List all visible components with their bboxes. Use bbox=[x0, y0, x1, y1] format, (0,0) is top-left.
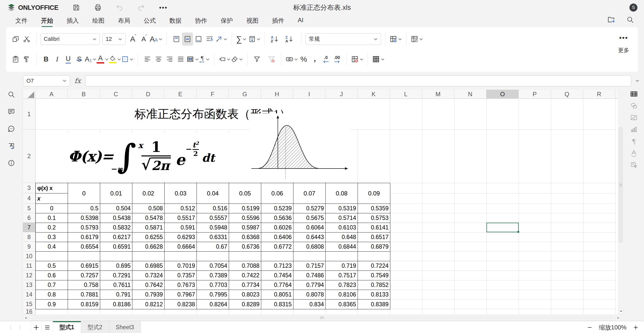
menu-tab-视图[interactable]: 视图 bbox=[246, 15, 258, 27]
print-button[interactable] bbox=[94, 4, 102, 11]
cell-area[interactable]: 标准正态分布函数表（形式1） Φ(x)= ∫ x −∞ 1 √2π bbox=[35, 99, 618, 314]
find-replace-button[interactable] bbox=[7, 91, 16, 98]
horizontal-scrollbar[interactable]: ◂ ▸ bbox=[0, 314, 644, 321]
table-value-cell[interactable]: 0.6591 bbox=[100, 242, 132, 252]
zoom-level[interactable]: 缩放100% bbox=[599, 323, 626, 331]
add-sheet-button[interactable] bbox=[31, 321, 42, 333]
borders-button[interactable] bbox=[121, 53, 134, 66]
table-value-cell[interactable]: 0.5359 bbox=[358, 204, 390, 213]
column-header-L[interactable]: L bbox=[390, 90, 422, 99]
table-x-cell[interactable]: 0.8 bbox=[36, 290, 68, 299]
table-value-cell[interactable]: 0.7852 bbox=[358, 280, 390, 290]
paste-button[interactable] bbox=[10, 53, 21, 66]
menu-tab-布局[interactable]: 布局 bbox=[118, 15, 130, 27]
table-value-cell[interactable]: 0.5714 bbox=[326, 213, 358, 223]
table-value-cell[interactable]: 0.6628 bbox=[132, 242, 165, 252]
table-x-cell[interactable]: 0.4 bbox=[36, 242, 68, 252]
table-value-cell[interactable]: 0.8212 bbox=[132, 299, 165, 309]
formula-input[interactable] bbox=[85, 75, 631, 86]
table-col-header-0[interactable]: 0 bbox=[68, 183, 100, 204]
text-direction-button[interactable]: ¶ bbox=[199, 53, 210, 66]
textart-settings-button[interactable] bbox=[630, 149, 638, 157]
table-value-cell[interactable]: 0.8238 bbox=[165, 299, 197, 309]
table-value-cell[interactable]: 0.5753 bbox=[358, 213, 390, 223]
table-value-cell[interactable]: 0.6026 bbox=[261, 223, 293, 232]
column-header-H[interactable]: H bbox=[261, 90, 293, 99]
table-col-header-0.06[interactable]: 0.06 bbox=[261, 183, 293, 204]
table-value-cell[interactable]: 0.6664 bbox=[165, 242, 197, 252]
table-value-cell[interactable]: 0.6368 bbox=[229, 232, 261, 242]
increase-decimal-button[interactable]: .00 bbox=[331, 53, 343, 66]
table-col-header-0.05[interactable]: 0.05 bbox=[229, 183, 261, 204]
table-col-header-0.07[interactable]: 0.07 bbox=[293, 183, 326, 204]
table-value-cell[interactable]: 0.648 bbox=[326, 232, 358, 242]
table-value-cell[interactable]: 0.7454 bbox=[261, 271, 293, 280]
menu-tab-绘图[interactable]: 绘图 bbox=[92, 15, 104, 27]
table-value-cell[interactable]: 0.5478 bbox=[132, 213, 165, 223]
about-panel-button[interactable] bbox=[7, 159, 16, 167]
menu-tab-文件[interactable]: 文件 bbox=[15, 15, 27, 27]
align-bottom-button[interactable] bbox=[193, 32, 204, 46]
table-value-cell[interactable]: 0.6103 bbox=[326, 223, 358, 232]
column-header-N[interactable]: N bbox=[454, 90, 486, 99]
column-header-F[interactable]: F bbox=[197, 90, 229, 99]
table-value-cell[interactable]: 0.8315 bbox=[261, 299, 293, 309]
copy-button[interactable] bbox=[10, 32, 21, 46]
subscript-button[interactable]: A1 bbox=[85, 53, 97, 66]
spellcheck-panel-button[interactable] bbox=[7, 142, 16, 150]
sheet-list-button[interactable] bbox=[42, 321, 53, 333]
table-value-cell[interactable]: 0.5596 bbox=[229, 213, 261, 223]
scroll-down-button[interactable] bbox=[618, 308, 623, 314]
align-center-button[interactable] bbox=[153, 53, 164, 66]
table-value-cell[interactable] bbox=[261, 252, 293, 261]
save-button[interactable] bbox=[72, 4, 80, 11]
undo-button[interactable] bbox=[116, 4, 123, 11]
table-value-cell[interactable]: 0.6808 bbox=[293, 242, 326, 252]
prev-sheet-button[interactable]: 〈 bbox=[7, 324, 12, 331]
delete-cells-button[interactable] bbox=[351, 53, 364, 66]
table-value-cell[interactable] bbox=[197, 252, 229, 261]
table-value-cell[interactable]: 0.7734 bbox=[229, 280, 261, 290]
user-avatar[interactable]: S bbox=[629, 4, 637, 12]
table-value-cell[interactable] bbox=[68, 252, 100, 261]
table-value-cell[interactable]: 0.7224 bbox=[358, 261, 390, 271]
table-value-cell[interactable]: 0.7995 bbox=[197, 290, 229, 299]
table-value-cell[interactable]: 0.7357 bbox=[165, 271, 197, 280]
table-value-cell[interactable]: 0.516 bbox=[197, 204, 229, 213]
menu-tab-开始[interactable]: 开始 bbox=[41, 15, 53, 27]
decrease-decimal-button[interactable]: .0 bbox=[320, 53, 331, 66]
fill-down-button[interactable] bbox=[248, 32, 261, 46]
paragraph-settings-button[interactable]: ¶ bbox=[630, 138, 638, 145]
align-right-button[interactable] bbox=[164, 53, 175, 66]
column-header-C[interactable]: C bbox=[100, 90, 132, 99]
table-value-cell[interactable]: 0.5871 bbox=[132, 223, 165, 232]
change-case-button[interactable]: AA bbox=[150, 32, 163, 46]
table-value-cell[interactable]: 0.6406 bbox=[261, 232, 293, 242]
table-value-cell[interactable]: 0.6331 bbox=[197, 232, 229, 242]
table-value-cell[interactable]: 0.8289 bbox=[229, 299, 261, 309]
named-ranges-button[interactable] bbox=[218, 53, 231, 66]
menu-tab-公式[interactable]: 公式 bbox=[144, 15, 156, 27]
increase-font-button[interactable]: Aˆ bbox=[128, 32, 139, 46]
vertical-scroll-thumb[interactable] bbox=[619, 127, 623, 243]
table-value-cell[interactable]: 0.6554 bbox=[68, 242, 100, 252]
table-value-cell[interactable]: 0.6217 bbox=[100, 232, 132, 242]
table-value-cell[interactable]: 0.5557 bbox=[197, 213, 229, 223]
menu-tab-协作[interactable]: 协作 bbox=[195, 15, 207, 27]
menu-tab-AI[interactable]: AI bbox=[298, 15, 304, 27]
table-value-cell[interactable]: 0.6443 bbox=[293, 232, 326, 242]
scroll-right-button[interactable]: ▸ bbox=[616, 315, 621, 320]
row-header-13[interactable]: 13 bbox=[23, 280, 35, 290]
table-value-cell[interactable]: 0.7157 bbox=[293, 261, 326, 271]
cell-style-button[interactable] bbox=[410, 32, 423, 46]
table-value-cell[interactable]: 0.7257 bbox=[68, 271, 100, 280]
table-value-cell[interactable]: 0.5199 bbox=[229, 204, 261, 213]
image-settings-button[interactable] bbox=[630, 114, 638, 121]
table-value-cell[interactable]: 0.8264 bbox=[197, 299, 229, 309]
table-value-cell[interactable]: 0.5239 bbox=[261, 204, 293, 213]
row-header-4[interactable]: 4 bbox=[23, 193, 35, 204]
table-value-cell[interactable]: 0.7764 bbox=[261, 280, 293, 290]
row-header-2[interactable]: 2 bbox=[23, 129, 35, 183]
select-all-corner[interactable] bbox=[23, 90, 35, 99]
column-header-J[interactable]: J bbox=[325, 90, 358, 99]
